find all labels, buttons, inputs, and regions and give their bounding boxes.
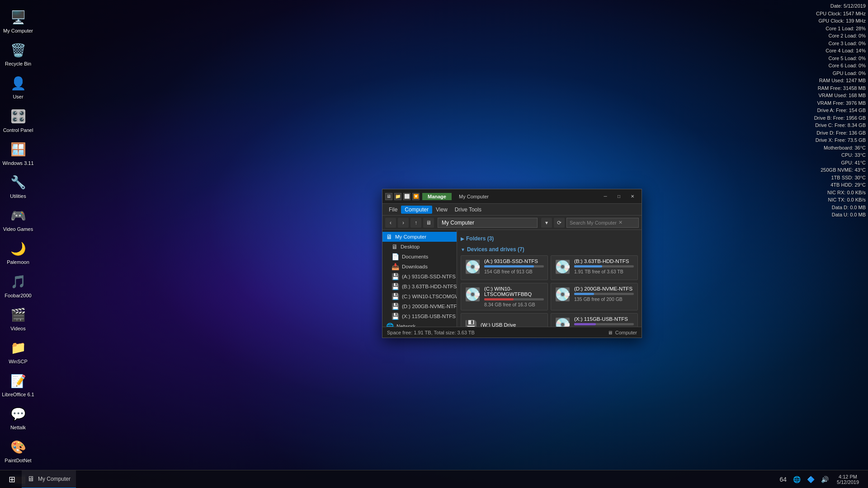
foobar2000-icon: 🎵	[9, 273, 27, 291]
status-right: 🖥 Computer	[608, 330, 637, 335]
sidebar-item-downloads[interactable]: 📥 Downloads	[382, 262, 457, 272]
menu-computer[interactable]: Computer	[401, 206, 432, 214]
computer-icon-status: 🖥	[608, 330, 613, 335]
sidebar-item-drive-c[interactable]: 💾 (C:) WIN10-LTSCOMGWTFBBQ	[382, 291, 457, 301]
drive-c-icon: 💾	[392, 293, 399, 300]
sidebar: 🖥 My Computer 🖥 Desktop 📄 Documents 📥 Do…	[382, 230, 457, 327]
tray-network-icon: 🌐	[791, 474, 802, 485]
start-button[interactable]: ⊞	[2, 470, 22, 488]
taskbar-item-my-computer[interactable]: 🖥 My Computer	[22, 470, 76, 488]
title-bar-icon-1[interactable]: 🖥	[385, 193, 392, 200]
status-bar: Space free: 1.91 TB, Total size: 3.63 TB…	[382, 327, 642, 338]
title-bar-icon-2[interactable]: 📁	[394, 193, 401, 200]
address-bar[interactable]: My Computer	[438, 218, 538, 228]
folders-section-header[interactable]: ▶ Folders (3)	[461, 234, 638, 244]
close-button[interactable]: ✕	[626, 192, 639, 201]
drive-item-w[interactable]: 💾 (W:) USB Drive	[461, 313, 548, 327]
drive-b-free: 1.91 TB free of 3.63 TB	[574, 269, 634, 274]
system-clock[interactable]: 4:12 PM 5/12/2019	[833, 474, 863, 485]
recent-button[interactable]: 🖥	[423, 218, 434, 228]
desktop-icon-video-games[interactable]: 🎮 Video Games	[0, 203, 36, 236]
drives-grid-2: 💾 (W:) USB Drive 💽 (X:) 115GB-USB-NTFS 7…	[461, 313, 638, 327]
drive-item-c[interactable]: 💽 (C:) WIN10-LTSCOMGWTFBBQ 8.34 GB free …	[461, 283, 548, 310]
sidebar-item-drive-a[interactable]: 💾 (A:) 931GB-SSD-NTFS	[382, 272, 457, 282]
address-dropdown[interactable]: ▾	[541, 218, 552, 228]
documents-icon: 📄	[392, 253, 399, 260]
drive-item-d[interactable]: 💽 (D:) 200GB-NVME-NTFS 135 GB free of 20…	[551, 283, 638, 310]
recycle-bin-icon: 🗑️	[9, 41, 27, 59]
drive-c-name: (C:) WIN10-LTSCOMGWTFBBQ	[484, 286, 544, 297]
desktop-icon-palemoon[interactable]: 🌙 Palemoon	[0, 236, 36, 269]
desktop-icon-videos[interactable]: 🎬 Videos	[0, 302, 36, 335]
paintdotnet-icon: 🎨	[9, 438, 27, 456]
hw-line: RAM Used: 1247 MB	[814, 77, 866, 84]
libreoffice-icon: 📝	[9, 372, 27, 390]
hw-line: Core 5 Load: 0%	[814, 55, 866, 62]
drives-section-header[interactable]: ▼ Devices and drives (7)	[461, 244, 638, 255]
drive-d-bar-bg	[574, 293, 634, 295]
search-box[interactable]: Search My Computer ✕	[566, 218, 639, 228]
drive-b-bar-bg	[574, 265, 634, 267]
desktop-icon-recycle-bin[interactable]: 🗑️ Recycle Bin	[0, 38, 36, 70]
desktop-icon-nettalk[interactable]: 💬 Nettalk	[0, 401, 36, 434]
user-icon: 👤	[9, 74, 27, 92]
sidebar-label-drive-d: (D:) 200GB-NVME-NTFS	[402, 304, 457, 309]
sidebar-item-documents[interactable]: 📄 Documents	[382, 252, 457, 262]
desktop-icon-my-computer[interactable]: 🖥️ My Computer	[0, 5, 36, 38]
drive-b-hdd-icon: 💽	[555, 259, 571, 274]
hw-line: Core 6 Load: 0%	[814, 62, 866, 70]
sidebar-item-drive-b[interactable]: 💾 (B:) 3.63TB-HDD-NTFS	[382, 282, 457, 291]
title-bar-icon-3[interactable]: ⬜	[403, 193, 410, 200]
hw-line: Drive B: Free: 1956 GB	[814, 114, 866, 122]
desktop-icons-container: 🖥️ My Computer 🗑️ Recycle Bin 👤 User 🎛️ …	[0, 5, 36, 488]
menu-view[interactable]: View	[432, 206, 451, 214]
paintdotnet-label: PaintDotNet	[5, 458, 31, 464]
maximize-button[interactable]: □	[613, 192, 625, 201]
forward-button[interactable]: ›	[398, 218, 409, 228]
drive-w-name: (W:) USB Drive	[481, 322, 544, 327]
desktop-icon-control-panel[interactable]: 🎛️ Control Panel	[0, 104, 36, 137]
hw-line: Drive D: Free: 136 GB	[814, 129, 866, 137]
desktop-icon-utilities[interactable]: 🔧 Utilities	[0, 170, 36, 203]
videos-icon: 🎬	[9, 306, 27, 324]
network-icon: 🌐	[386, 323, 394, 327]
sidebar-item-my-computer[interactable]: 🖥 My Computer	[382, 232, 457, 242]
hw-line: CPU: 33°C	[814, 151, 866, 159]
minimize-button[interactable]: ─	[599, 192, 612, 201]
sidebar-item-drive-d[interactable]: 💾 (D:) 200GB-NVME-NTFS	[382, 301, 457, 311]
sidebar-item-network[interactable]: 🌐 Network	[382, 321, 457, 327]
desktop-icon-user[interactable]: 👤 User	[0, 70, 36, 103]
hw-line: Data D: 0.0 MB	[814, 204, 866, 211]
refresh-button[interactable]: ⟳	[554, 218, 565, 228]
menu-drive-tools[interactable]: Drive Tools	[451, 206, 485, 214]
up-button[interactable]: ↑	[410, 218, 421, 228]
hw-line: VRAM Used: 168 MB	[814, 92, 866, 99]
start-icon: ⊞	[9, 474, 15, 484]
drive-item-b[interactable]: 💽 (B:) 3.63TB-HDD-NTFS 1.91 TB free of 3…	[551, 255, 638, 280]
desktop-icon-libreoffice[interactable]: 📝 LibreOffice 6.1	[0, 368, 36, 401]
back-button[interactable]: ‹	[385, 218, 396, 228]
tray-volume-icon[interactable]: 🔊	[819, 474, 830, 485]
hw-line: Date: 5/12/2019	[814, 2, 866, 10]
mycomp-tab[interactable]: My Computer	[453, 193, 494, 200]
desktop-icon-winscp[interactable]: 📁 WinSCP	[0, 335, 36, 368]
foobar2000-label: Foobar2000	[5, 293, 31, 299]
sidebar-item-drive-x[interactable]: 💾 (X:) 115GB-USB-NTFS	[382, 311, 457, 321]
drive-x-bar-bg	[574, 323, 634, 325]
drive-item-a[interactable]: 💽 (A:) 931GB-SSD-NTFS 154 GB free of 913…	[461, 255, 548, 280]
hw-line: NIC TX: 0.0 KB/s	[814, 196, 866, 204]
sidebar-item-desktop[interactable]: 🖥 Desktop	[382, 242, 457, 252]
drive-a-name: (A:) 931GB-SSD-NTFS	[484, 258, 544, 264]
drive-item-x[interactable]: 💽 (X:) 115GB-USB-NTFS 73.5 GB free of 11…	[551, 313, 638, 327]
desktop-icon-foobar2000[interactable]: 🎵 Foobar2000	[0, 269, 36, 302]
desktop-icon-paintdotnet[interactable]: 🎨 PaintDotNet	[0, 434, 36, 467]
title-bar-icon-4[interactable]: 🔽	[412, 193, 420, 200]
desktop-icon-windows311[interactable]: 🪟 Windows 3.11	[0, 137, 36, 170]
title-bar-controls: ─ □ ✕	[599, 192, 639, 201]
status-left: Space free: 1.91 TB, Total size: 3.63 TB	[387, 330, 475, 335]
menu-file[interactable]: File	[385, 206, 401, 214]
sidebar-label-my-computer: My Computer	[395, 234, 426, 239]
drive-b-icon: 💾	[392, 283, 399, 290]
drive-d-free: 135 GB free of 200 GB	[574, 296, 634, 302]
manage-tab[interactable]: Manage	[422, 193, 452, 200]
